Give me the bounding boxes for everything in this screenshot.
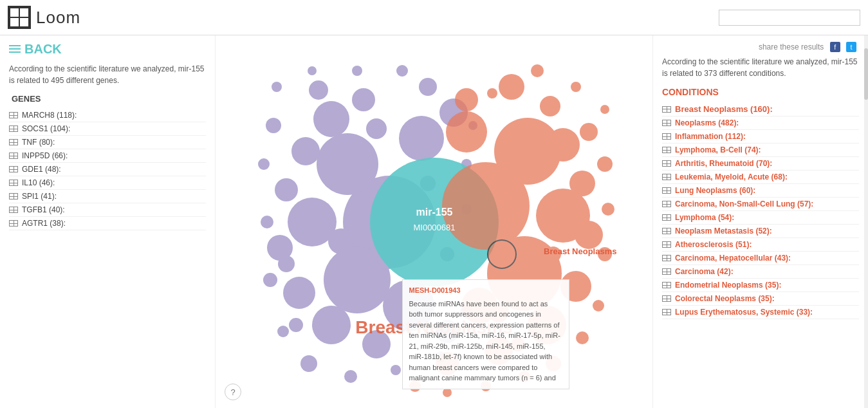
facebook-share-button[interactable]: f — [830, 42, 840, 52]
condition-icon — [662, 228, 671, 234]
gene-list-item[interactable]: SPI1 (41): — [9, 190, 206, 203]
conditions-list: Breast Neoplasms (160):Neoplasms (482):I… — [662, 102, 859, 319]
svg-point-33 — [272, 82, 282, 92]
condition-link[interactable]: Neoplasm Metastasis (52): — [675, 227, 772, 236]
svg-point-17 — [419, 78, 437, 96]
left-panel: BACK According to the scientific literat… — [0, 35, 216, 408]
svg-text:mir-155: mir-155 — [416, 207, 452, 218]
condition-list-item[interactable]: Inflammation (112): — [662, 130, 859, 144]
svg-point-15 — [352, 88, 375, 111]
condition-icon — [662, 255, 671, 261]
condition-link[interactable]: Lupus Erythematosus, Systemic (33): — [675, 308, 813, 317]
svg-point-12 — [362, 330, 391, 358]
svg-point-58 — [540, 96, 560, 116]
condition-icon — [662, 282, 671, 288]
logo-icon — [8, 6, 31, 29]
bubble-svg: mir-155 MI0000681 Breast Neoplasms — [248, 35, 621, 408]
gene-list-item[interactable]: TNF (80): — [9, 136, 206, 149]
scroll-thumb[interactable] — [864, 48, 868, 100]
condition-link[interactable]: Arthritis, Rheumatoid (70): — [675, 159, 772, 168]
right-description: According to the scientific literature w… — [662, 56, 859, 79]
svg-point-8 — [275, 178, 298, 201]
gene-list-item[interactable]: TGFB1 (40): — [9, 203, 206, 217]
gene-icon — [9, 180, 18, 186]
svg-point-53 — [528, 306, 566, 344]
gene-icon — [9, 193, 18, 199]
svg-point-52 — [560, 271, 591, 302]
condition-list-item[interactable]: Colorectal Neoplasms (35): — [662, 292, 859, 306]
svg-point-35 — [328, 228, 354, 254]
header: Loom — [0, 0, 868, 35]
condition-list-item[interactable]: Lung Neoplasms (60): — [662, 184, 859, 198]
svg-point-73 — [600, 105, 609, 114]
svg-point-10 — [283, 277, 315, 309]
search-input[interactable] — [719, 10, 860, 26]
gene-list-item[interactable]: GDE1 (48): — [9, 163, 206, 176]
gene-name: TGFB1 (40): — [22, 205, 65, 214]
condition-list-item[interactable]: Lymphoma, B-Cell (74): — [662, 144, 859, 157]
condition-list-item[interactable]: Lupus Erythematosus, Systemic (33): — [662, 306, 859, 319]
svg-point-7 — [291, 137, 320, 165]
condition-link[interactable]: Inflammation (112): — [675, 132, 746, 141]
logo-text: Loom — [36, 8, 80, 28]
condition-link[interactable]: Carcinoma, Hepatocellular (43): — [675, 254, 791, 263]
gene-name: IL10 (46): — [22, 178, 55, 187]
svg-point-72 — [571, 82, 581, 92]
svg-point-49 — [546, 128, 580, 162]
condition-icon — [662, 241, 671, 248]
twitter-share-button[interactable]: t — [846, 42, 856, 52]
scrollbar[interactable] — [864, 35, 868, 408]
svg-point-25 — [391, 365, 401, 375]
condition-link[interactable]: Lymphoma (54): — [675, 213, 734, 222]
condition-link[interactable]: Lymphoma, B-Cell (74): — [675, 145, 761, 154]
condition-link[interactable]: Carcinoma (42): — [675, 267, 734, 276]
condition-link[interactable]: Breast Neoplasms (160): — [675, 104, 773, 114]
gene-list-item[interactable]: SOCS1 (104): — [9, 122, 206, 136]
condition-list-item[interactable]: Lymphoma (54): — [662, 211, 859, 225]
left-description: According to the scientific literature w… — [9, 63, 206, 86]
condition-list-item[interactable]: Neoplasms (482): — [662, 116, 859, 130]
condition-link[interactable]: Colorectal Neoplasms (35): — [675, 294, 775, 303]
svg-point-50 — [569, 171, 595, 196]
condition-icon — [662, 187, 671, 194]
svg-point-61 — [602, 203, 614, 216]
svg-text:Breast Neoplasms: Breast Neoplasms — [544, 246, 616, 256]
svg-point-5 — [383, 280, 434, 331]
help-button[interactable]: ? — [225, 384, 241, 400]
condition-link[interactable]: Endometrial Neoplasms (35): — [675, 281, 781, 290]
gene-list-item[interactable]: MARCH8 (118): — [9, 109, 206, 122]
svg-point-18 — [266, 118, 281, 133]
condition-icon — [662, 160, 671, 167]
gene-name: SOCS1 (104): — [22, 124, 70, 133]
gene-list-item[interactable]: AGTR1 (38): — [9, 217, 206, 230]
gene-icon — [9, 207, 18, 213]
condition-link[interactable]: Leukemia, Myeloid, Acute (68): — [675, 172, 788, 181]
condition-list-item[interactable]: Leukemia, Myeloid, Acute (68): — [662, 171, 859, 184]
condition-list-item[interactable]: Carcinoma (42): — [662, 265, 859, 279]
svg-point-68 — [443, 388, 452, 397]
condition-list-item[interactable]: Breast Neoplasms (160): — [662, 102, 859, 116]
condition-list-item[interactable]: Carcinoma, Hepatocellular (43): — [662, 252, 859, 265]
svg-point-51 — [575, 221, 603, 249]
svg-point-6 — [313, 101, 349, 137]
svg-point-22 — [277, 326, 289, 337]
condition-list-item[interactable]: Neoplasm Metastasis (52): — [662, 225, 859, 238]
condition-link[interactable]: Carcinoma, Non-Small-Cell Lung (57): — [675, 199, 813, 209]
condition-list-item[interactable]: Arthritis, Rheumatoid (70): — [662, 157, 859, 171]
condition-icon — [662, 120, 671, 126]
gene-list-item[interactable]: INPP5D (66): — [9, 149, 206, 163]
condition-link[interactable]: Atherosclerosis (51): — [675, 240, 752, 249]
svg-point-57 — [499, 74, 524, 100]
condition-link[interactable]: Neoplasms (482): — [675, 118, 739, 127]
gene-name: SPI1 (41): — [22, 192, 57, 201]
condition-link[interactable]: Lung Neoplasms (60): — [675, 186, 755, 195]
svg-point-54 — [485, 337, 513, 365]
svg-point-4 — [399, 116, 444, 161]
condition-list-item[interactable]: Endometrial Neoplasms (35): — [662, 279, 859, 292]
svg-point-65 — [546, 356, 561, 371]
back-button[interactable]: BACK — [9, 42, 206, 57]
condition-list-item[interactable]: Atherosclerosis (51): — [662, 238, 859, 252]
gene-list-item[interactable]: IL10 (46): — [9, 176, 206, 190]
condition-list-item[interactable]: Carcinoma, Non-Small-Cell Lung (57): — [662, 198, 859, 211]
svg-point-40 — [289, 318, 303, 332]
